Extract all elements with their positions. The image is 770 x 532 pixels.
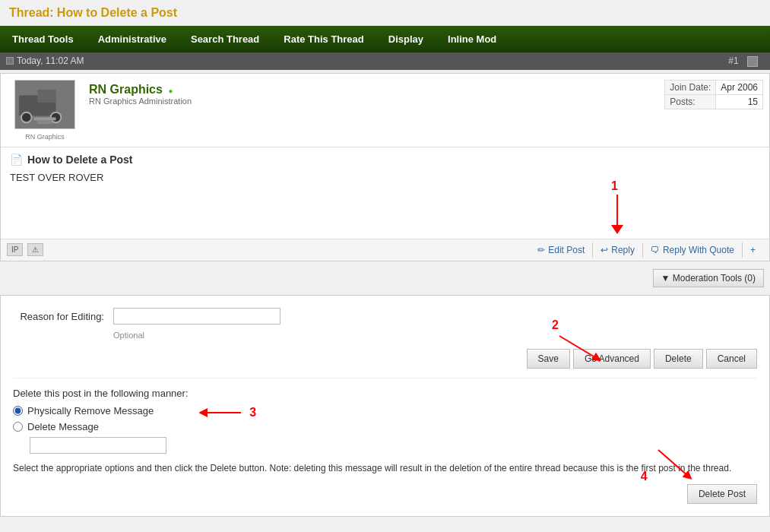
join-date-value: Apr 2006: [716, 80, 763, 94]
edit-panel: Reason for Editing: Optional Save Go Adv…: [0, 295, 770, 517]
post-number: #1: [728, 55, 738, 66]
delete-section: Delete this post in the following manner…: [13, 378, 757, 504]
doc-icon: 📄: [10, 154, 23, 166]
timestamp: Today, 11:02 AM: [17, 55, 84, 66]
nav-display[interactable]: Display: [376, 26, 436, 52]
multi-quote-icon: +: [750, 245, 756, 255]
cancel-button[interactable]: Cancel: [706, 349, 757, 369]
post-header: RN Graphics RN Graphics ● RN Graphics Ad…: [1, 74, 769, 147]
radio-physically-remove[interactable]: [13, 406, 23, 416]
user-role: RN Graphics Administration: [89, 97, 658, 106]
radio-delete-message[interactable]: [13, 422, 23, 432]
post-number-area: #1: [728, 55, 764, 67]
nav-bar: Thread Tools Administrative Search Threa…: [0, 26, 770, 52]
svg-line-7: [559, 336, 597, 359]
mod-tools-row: ▼ Moderation Tools (0): [0, 264, 770, 292]
ip-icon[interactable]: IP: [7, 243, 23, 256]
nav-thread-tools[interactable]: Thread Tools: [0, 26, 86, 52]
radio-option-1: Physically Remove Message: [13, 405, 154, 416]
reply-link[interactable]: ↩ Reply: [593, 242, 643, 258]
avatar-label: RN Graphics: [7, 133, 83, 141]
reply-label: Reply: [611, 245, 635, 255]
svg-line-9: [658, 450, 689, 477]
radio-delete-message-label: Delete Message: [27, 421, 99, 432]
posts-value: 15: [716, 94, 763, 109]
post-footer: IP ⚠ ✏ Edit Post ↩ Reply 🗨 Reply With Qu…: [1, 239, 769, 261]
annotation-3: 3: [199, 405, 256, 420]
avatar-image: [14, 80, 75, 129]
radio-physically-remove-label: Physically Remove Message: [27, 405, 154, 416]
nav-search-thread[interactable]: Search Thread: [179, 26, 271, 52]
post-body-text: TEST OVER ROVER: [10, 172, 760, 183]
svg-rect-6: [37, 120, 52, 124]
post-container: RN Graphics RN Graphics ● RN Graphics Ad…: [0, 73, 770, 261]
svg-rect-5: [33, 117, 55, 120]
reply-with-quote-link[interactable]: 🗨 Reply With Quote: [643, 242, 743, 258]
footer-icons: IP ⚠: [7, 243, 43, 256]
report-icon[interactable]: ⚠: [27, 243, 43, 256]
svg-rect-2: [37, 89, 55, 102]
online-indicator: ●: [169, 87, 173, 95]
avatar-block: RN Graphics: [7, 80, 83, 141]
thread-toolbar: Today, 11:02 AM #1: [0, 52, 770, 70]
title-link[interactable]: How to Delete a Post: [57, 6, 177, 19]
annotation-4: 4: [641, 446, 696, 483]
username: RN Graphics: [89, 83, 163, 96]
post-title: 📄 How to Delete a Post: [10, 154, 760, 166]
reply-icon: ↩: [600, 245, 608, 255]
tiny-icon: [6, 57, 14, 65]
user-info: RN Graphics ● RN Graphics Administration: [83, 80, 664, 141]
edit-post-label: Edit Post: [548, 245, 585, 255]
reason-label: Reason for Editing:: [13, 308, 104, 322]
nav-inline-mod[interactable]: Inline Mod: [436, 26, 509, 52]
reply-with-quote-label: Reply With Quote: [663, 245, 734, 255]
post-title-text: How to Delete a Post: [27, 154, 132, 166]
footer-actions: ✏ Edit Post ↩ Reply 🗨 Reply With Quote +: [530, 242, 763, 258]
edit-post-link[interactable]: ✏ Edit Post: [530, 242, 593, 258]
posts-label: Posts:: [665, 94, 716, 109]
delete-reason-input[interactable]: [30, 437, 166, 454]
title-prefix: Thread:: [9, 6, 54, 19]
edit-button-row: Save Go Advanced Delete Cancel: [13, 349, 757, 369]
delete-title: Delete this post in the following manner…: [13, 388, 757, 399]
post-checkbox[interactable]: [747, 56, 758, 67]
reason-row: Reason for Editing:: [13, 308, 757, 325]
reason-input[interactable]: [113, 308, 280, 325]
nav-administrative[interactable]: Administrative: [86, 26, 179, 52]
optional-label: Optional: [113, 331, 757, 340]
reply-quote-icon: 🗨: [651, 245, 660, 255]
svg-point-3: [21, 112, 32, 123]
multi-quote-link[interactable]: +: [743, 242, 763, 258]
join-info: Join Date: Apr 2006 Posts: 15: [664, 80, 763, 141]
page-title-bar: Thread: How to Delete a Post: [0, 0, 770, 26]
annotation-1: 1: [611, 179, 623, 234]
nav-rate-thread[interactable]: Rate This Thread: [271, 26, 375, 52]
delete-post-button[interactable]: Delete Post: [687, 484, 757, 504]
post-body: 📄 How to Delete a Post TEST OVER ROVER 1: [1, 147, 769, 239]
radio-option-2: Delete Message: [13, 421, 757, 432]
mod-tools-button[interactable]: ▼ Moderation Tools (0): [653, 269, 764, 287]
delete-button[interactable]: Delete: [654, 349, 703, 369]
join-date-label: Join Date:: [665, 80, 716, 94]
edit-icon: ✏: [537, 245, 545, 255]
delete-post-row: Delete Post: [13, 484, 757, 504]
annotation-2: 2: [552, 318, 605, 363]
